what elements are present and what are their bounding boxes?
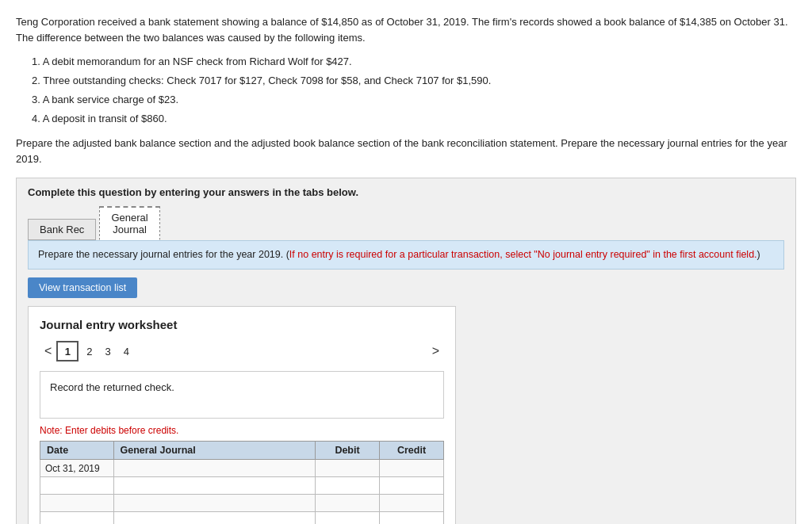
table-row <box>40 512 444 524</box>
col-header-general-journal: General Journal <box>113 442 316 460</box>
cell-gj-2[interactable] <box>113 477 316 495</box>
table-row <box>40 495 444 512</box>
journal-table: Date General Journal Debit Credit Oct 31… <box>40 441 444 524</box>
table-row: Oct 31, 2019 <box>40 460 444 477</box>
cell-date-1[interactable]: Oct 31, 2019 <box>40 460 114 477</box>
cell-credit-2[interactable] <box>380 477 444 495</box>
cell-date-2[interactable] <box>40 477 114 495</box>
instruction-red-text: If no entry is required for a particular… <box>289 249 757 260</box>
col-header-credit: Credit <box>380 442 444 460</box>
cell-gj-4[interactable] <box>113 512 316 524</box>
instruction-bar: Prepare the necessary journal entries fo… <box>28 240 784 270</box>
page-button-1[interactable]: 1 <box>56 341 79 361</box>
worksheet-box: Journal entry worksheet < 1 2 3 4 > Reco… <box>28 306 456 524</box>
note-text: Note: Enter debits before credits. <box>40 425 444 436</box>
cell-debit-2[interactable] <box>316 477 380 495</box>
cell-credit-1[interactable] <box>380 460 444 477</box>
cell-credit-3[interactable] <box>380 495 444 512</box>
tab-bank-rec[interactable]: Bank Rec <box>28 219 96 240</box>
cell-gj-3[interactable] <box>113 495 316 512</box>
list-item: 4. A deposit in transit of $860. <box>32 110 796 128</box>
prepare-paragraph: Prepare the adjusted bank balance sectio… <box>16 136 796 166</box>
items-list: 1. A debit memorandum for an NSF check f… <box>32 53 796 128</box>
cell-credit-4[interactable] <box>380 512 444 524</box>
col-header-date: Date <box>40 442 114 460</box>
page-number-4[interactable]: 4 <box>117 344 136 359</box>
complete-box-title: Complete this question by entering your … <box>28 186 784 198</box>
prev-page-arrow[interactable]: < <box>40 342 56 360</box>
col-header-debit: Debit <box>316 442 380 460</box>
complete-box: Complete this question by entering your … <box>16 178 796 524</box>
table-row <box>40 477 444 495</box>
list-item: 3. A bank service charge of $23. <box>32 91 796 109</box>
next-page-arrow[interactable]: > <box>427 342 444 360</box>
list-item: 2. Three outstanding checks: Check 7017 … <box>32 72 796 90</box>
cell-date-4[interactable] <box>40 512 114 524</box>
worksheet-title: Journal entry worksheet <box>40 318 444 331</box>
page-number-2[interactable]: 2 <box>80 344 98 359</box>
tab-general-journal[interactable]: GeneralJournal <box>99 206 159 240</box>
cell-gj-1[interactable] <box>113 460 316 477</box>
cell-debit-3[interactable] <box>316 495 380 512</box>
intro-paragraph1: Teng Corporation received a bank stateme… <box>16 14 796 45</box>
record-instruction-box: Record the returned check. <box>40 371 444 419</box>
cell-debit-1[interactable] <box>316 460 380 477</box>
view-transaction-button[interactable]: View transaction list <box>28 277 137 298</box>
page-number-3[interactable]: 3 <box>99 344 117 359</box>
cell-debit-4[interactable] <box>316 512 380 524</box>
cell-date-3[interactable] <box>40 495 114 512</box>
page-navigation: < 1 2 3 4 > <box>40 341 444 361</box>
tabs-row: Bank Rec GeneralJournal <box>28 206 784 240</box>
list-item: 1. A debit memorandum for an NSF check f… <box>32 53 796 71</box>
